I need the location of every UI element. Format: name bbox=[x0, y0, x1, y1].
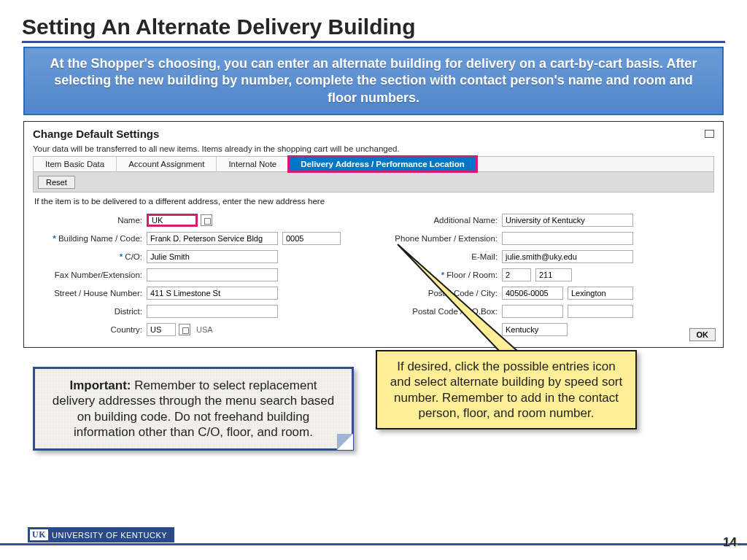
addname-field[interactable] bbox=[502, 214, 633, 227]
street-field[interactable] bbox=[147, 287, 278, 300]
fax-field[interactable] bbox=[147, 268, 278, 281]
tab-account-assignment[interactable]: Account Assignment bbox=[117, 157, 217, 171]
country-lookup-icon[interactable] bbox=[179, 324, 190, 335]
uk-logo: UK bbox=[30, 529, 48, 540]
region-field[interactable] bbox=[502, 323, 568, 336]
label-building: Building Name / Code: bbox=[33, 234, 142, 243]
room-field[interactable] bbox=[535, 268, 572, 281]
lookup-icon[interactable] bbox=[201, 214, 212, 226]
page-number: 14 bbox=[723, 535, 737, 550]
instruction-banner: At the Shopper's choosing, you can enter… bbox=[23, 47, 724, 115]
label-country: Country: bbox=[33, 325, 142, 334]
page-title: Setting An Alternate Delivery Building bbox=[22, 15, 725, 43]
label-floor: Floor / Room: bbox=[388, 271, 498, 279]
label-fax: Fax Number/Extension: bbox=[33, 271, 142, 279]
zip-field[interactable] bbox=[502, 287, 563, 300]
label-name: Name: bbox=[33, 216, 142, 225]
settings-panel: Change Default Settings Your data will b… bbox=[23, 121, 724, 348]
floor-field[interactable] bbox=[502, 268, 531, 281]
toolbar: Reset bbox=[33, 172, 714, 192]
country-text: USA bbox=[196, 325, 213, 334]
city-field[interactable] bbox=[568, 287, 633, 300]
label-co: C/O: bbox=[33, 252, 142, 261]
building-name-field[interactable] bbox=[147, 232, 278, 245]
tab-item-basic[interactable]: Item Basic Data bbox=[34, 157, 117, 171]
important-note: Important: Remember to select replacemen… bbox=[33, 367, 354, 451]
name-field[interactable] bbox=[147, 214, 198, 227]
label-postal: Postal Code / City: bbox=[388, 289, 498, 298]
co-field[interactable] bbox=[147, 250, 278, 263]
tab-internal-note[interactable]: Internal Note bbox=[217, 157, 289, 171]
uk-brand: UKUNIVERSITY OF KENTUCKY bbox=[28, 527, 174, 542]
label-district: District: bbox=[33, 307, 142, 316]
label-street: Street / House Number: bbox=[33, 289, 142, 298]
label-pobox: Postal Code / P.O.Box: bbox=[388, 307, 498, 316]
panel-heading: Change Default Settings bbox=[33, 128, 159, 140]
window-icon[interactable] bbox=[705, 130, 714, 138]
phone-field[interactable] bbox=[502, 232, 633, 245]
pobox2-field[interactable] bbox=[568, 305, 633, 318]
callout-note: If desired, click the possible entries i… bbox=[376, 350, 637, 429]
transfer-note: Your data will be transferred to all new… bbox=[33, 144, 714, 153]
label-email: E-Mail: bbox=[388, 252, 498, 261]
footer-rule bbox=[0, 543, 747, 545]
district-field[interactable] bbox=[147, 305, 278, 318]
reset-button[interactable]: Reset bbox=[38, 176, 75, 189]
building-code-field[interactable] bbox=[282, 232, 341, 245]
country-field[interactable] bbox=[147, 323, 176, 336]
label-addname: Additional Name: bbox=[388, 216, 498, 225]
label-phone: Phone Number / Extension: bbox=[388, 234, 498, 243]
dogear-icon bbox=[337, 434, 353, 450]
uk-text: UNIVERSITY OF KENTUCKY bbox=[52, 531, 167, 540]
email-field[interactable] bbox=[502, 250, 633, 263]
tabs: Item Basic Data Account Assignment Inter… bbox=[33, 156, 714, 172]
important-bold: Important: bbox=[69, 378, 134, 392]
tab-delivery-address[interactable]: Delivery Address / Performance Location bbox=[287, 155, 478, 173]
address-hint: If the item is to be delivered to a diff… bbox=[34, 197, 713, 206]
ok-button[interactable]: OK bbox=[689, 328, 716, 341]
pobox1-field[interactable] bbox=[502, 305, 563, 318]
